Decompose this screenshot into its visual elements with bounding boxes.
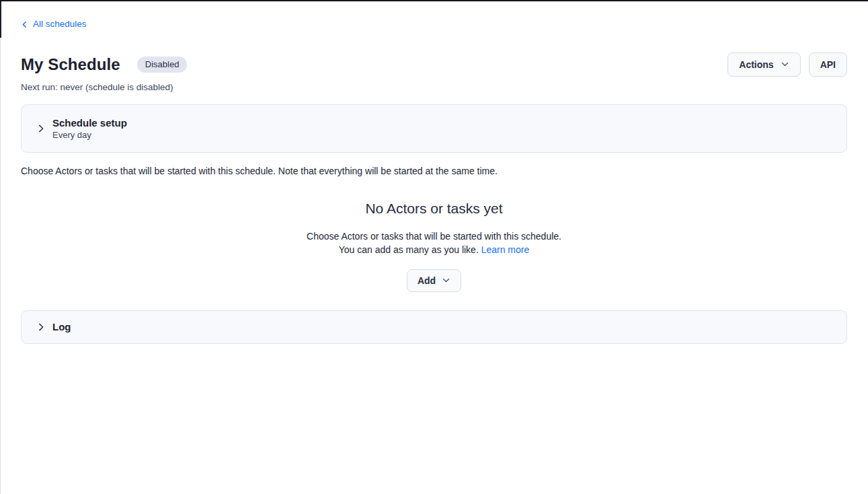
next-run-text: Next run: never (schedule is disabled) [21, 82, 847, 93]
log-panel-titles: Log [52, 320, 71, 333]
schedule-setup-title: Schedule setup [52, 116, 127, 129]
empty-state-title: No Actors or tasks yet [21, 199, 847, 219]
chevron-right-icon [36, 322, 46, 332]
actions-button[interactable]: Actions [727, 52, 800, 77]
schedule-setup-titles: Schedule setup Every day [52, 116, 127, 141]
add-button-container: Add [21, 269, 847, 292]
empty-state-line2: You can add as many as you like. [339, 244, 479, 255]
add-button[interactable]: Add [407, 269, 461, 292]
empty-state-description: Choose Actors or tasks that will be star… [21, 230, 847, 256]
schedule-setup-panel[interactable]: Schedule setup Every day [21, 104, 847, 153]
header-actions: Actions API [727, 52, 847, 77]
back-to-all-schedules-link[interactable]: All schedules [21, 19, 87, 30]
add-button-label: Add [418, 275, 436, 286]
page-title: My Schedule [21, 55, 120, 75]
chevron-down-icon [781, 60, 789, 69]
api-button-label: API [820, 59, 836, 70]
schedule-setup-subtitle: Every day [52, 130, 127, 141]
log-panel-title: Log [52, 320, 71, 333]
empty-state: No Actors or tasks yet Choose Actors or … [21, 199, 847, 292]
chevron-left-icon [21, 21, 28, 28]
status-badge: Disabled [137, 57, 188, 73]
chevron-right-icon [36, 124, 46, 133]
actions-button-label: Actions [739, 59, 773, 70]
page-header: My Schedule Disabled Actions API [21, 52, 847, 77]
schedule-detail-page: All schedules My Schedule Disabled Actio… [0, 1, 868, 344]
log-panel[interactable]: Log [21, 310, 847, 344]
learn-more-link[interactable]: Learn more [481, 244, 530, 255]
chevron-down-icon [442, 276, 450, 285]
title-group: My Schedule Disabled [21, 55, 187, 75]
api-button[interactable]: API [809, 52, 847, 77]
empty-state-line1: Choose Actors or tasks that will be star… [307, 231, 561, 242]
back-link-label: All schedules [33, 19, 87, 30]
schedule-description: Choose Actors or tasks that will be star… [21, 166, 847, 177]
